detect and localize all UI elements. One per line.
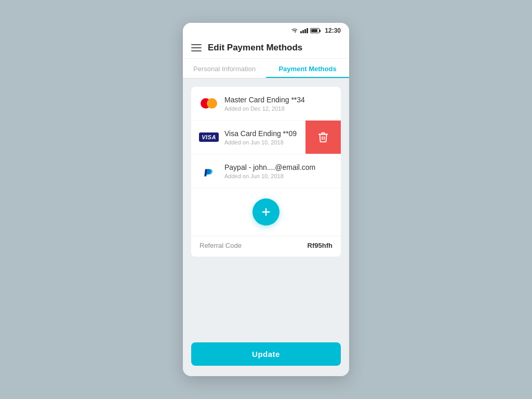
menu-icon[interactable] xyxy=(191,44,202,51)
paypal-date: Added on Jun 10, 2018 xyxy=(224,173,332,179)
content-area: Master Card Ending **34 Added on Dec 12,… xyxy=(183,78,349,336)
battery-icon xyxy=(310,28,321,33)
referral-section: Referral Code Rf95hfh xyxy=(191,236,341,257)
list-item: VISA Visa Card Ending **09 Added on Jun … xyxy=(191,121,341,154)
update-section: Update xyxy=(183,336,349,376)
referral-label: Referral Code xyxy=(200,242,242,249)
list-item: Master Card Ending **34 Added on Dec 12,… xyxy=(191,87,341,121)
status-bar: 12:30 xyxy=(183,23,349,37)
mastercard-icon xyxy=(200,94,218,113)
visa-date: Added on Jun 10, 2018 xyxy=(224,139,299,145)
mastercard-date: Added on Dec 12, 2018 xyxy=(224,105,332,112)
paypal-info: Paypal - john....@email.com Added on Jun… xyxy=(224,163,332,179)
add-payment-method-button[interactable] xyxy=(252,198,280,225)
page-title: Edit Payment Methods xyxy=(208,43,302,53)
header: Edit Payment Methods xyxy=(183,37,349,59)
mastercard-name: Master Card Ending **34 xyxy=(224,96,332,104)
tab-personal-information[interactable]: Personal Information xyxy=(183,59,266,78)
list-item: Paypal - john....@email.com Added on Jun… xyxy=(191,154,341,188)
status-icons: 12:30 xyxy=(291,26,341,35)
tabs-bar: Personal Information Payment Methods xyxy=(183,59,349,78)
visa-name: Visa Card Ending **09 xyxy=(224,129,299,138)
visa-info: Visa Card Ending **09 Added on Jun 10, 2… xyxy=(224,129,299,145)
wifi-icon xyxy=(291,26,298,35)
trash-icon xyxy=(317,131,329,143)
phone-frame: 12:30 Edit Payment Methods Personal Info… xyxy=(183,23,349,376)
delete-visa-button[interactable] xyxy=(305,121,341,154)
tab-payment-methods[interactable]: Payment Methods xyxy=(266,59,349,78)
add-section xyxy=(191,188,341,236)
referral-code: Rf95hfh xyxy=(308,242,332,249)
paypal-icon xyxy=(200,162,218,180)
status-time: 12:30 xyxy=(325,27,341,34)
update-button[interactable]: Update xyxy=(191,342,341,366)
paypal-name: Paypal - john....@email.com xyxy=(224,163,332,171)
signal-icon xyxy=(300,28,308,33)
mastercard-info: Master Card Ending **34 Added on Dec 12,… xyxy=(224,96,332,112)
payment-methods-card: Master Card Ending **34 Added on Dec 12,… xyxy=(191,87,341,257)
visa-icon: VISA xyxy=(200,128,218,147)
